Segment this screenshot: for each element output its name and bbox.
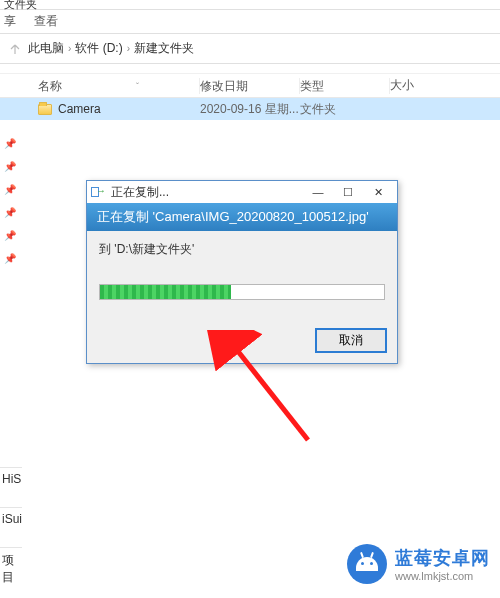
breadcrumb-drive[interactable]: 软件 (D:) [75, 40, 122, 57]
dialog-destination: 到 'D:\新建文件夹' [99, 241, 385, 258]
pin-icon: 📌 [4, 230, 16, 241]
ribbon-tab-share[interactable]: 享 [4, 13, 16, 30]
breadcrumb-folder[interactable]: 新建文件夹 [134, 40, 194, 57]
progress-bar [99, 284, 385, 300]
dialog-copying-text: 正在复制 'Camera\IMG_20200820_100512.jpg' [87, 203, 397, 231]
watermark-logo-icon [347, 544, 387, 584]
chevron-right-icon: › [127, 43, 130, 54]
breadcrumb: 此电脑 › 软件 (D:) › 新建文件夹 [28, 40, 194, 57]
sidebar-bottom: HiS iSui 项目 [0, 467, 22, 590]
watermark-title: 蓝莓安卓网 [395, 546, 490, 570]
folder-icon [38, 104, 52, 115]
pin-icon: 📌 [4, 138, 16, 149]
col-header-type[interactable]: 类型 [300, 78, 390, 94]
col-header-date[interactable]: 修改日期 [200, 78, 300, 94]
chevron-right-icon: › [68, 43, 71, 54]
dialog-title: 正在复制... [111, 184, 303, 201]
file-type: 文件夹 [300, 101, 390, 118]
address-bar: 此电脑 › 软件 (D:) › 新建文件夹 [0, 34, 500, 64]
watermark: 蓝莓安卓网 www.lmkjst.com [347, 544, 490, 584]
col-header-name[interactable]: 名称 ˇ [0, 78, 200, 94]
breadcrumb-root[interactable]: 此电脑 [28, 40, 64, 57]
dialog-titlebar[interactable]: 正在复制... — ☐ ✕ [87, 181, 397, 203]
pin-icon: 📌 [4, 207, 16, 218]
copy-icon [91, 185, 105, 199]
watermark-url: www.lmkjst.com [395, 570, 490, 582]
col-header-size[interactable]: 大小 [390, 77, 500, 94]
toolbar-spacer [0, 64, 500, 74]
cancel-button[interactable]: 取消 [315, 328, 387, 353]
quick-access-pins: 📌 📌 📌 📌 📌 📌 [4, 138, 16, 264]
pin-icon: 📌 [4, 161, 16, 172]
ribbon-tabs: 享 查看 [0, 10, 500, 34]
pin-icon: 📌 [4, 184, 16, 195]
ribbon-tab-view[interactable]: 查看 [34, 13, 58, 30]
file-name: Camera [58, 102, 101, 116]
close-button[interactable]: ✕ [363, 182, 393, 202]
maximize-button[interactable]: ☐ [333, 182, 363, 202]
progress-fill [100, 285, 231, 299]
nav-up-icon[interactable] [6, 40, 24, 58]
file-date: 2020-09-16 星期... [200, 101, 300, 118]
status-bar-text: 项目 [0, 547, 22, 590]
minimize-button[interactable]: — [303, 182, 333, 202]
copy-dialog: 正在复制... — ☐ ✕ 正在复制 'Camera\IMG_20200820_… [86, 180, 398, 364]
column-headers: 名称 ˇ 修改日期 类型 大小 [0, 74, 500, 98]
sidebar-item[interactable]: iSui [0, 507, 22, 547]
sidebar-item[interactable]: HiS [0, 467, 22, 507]
sort-indicator-icon: ˇ [136, 81, 139, 91]
window-title-fragment: 文件夹 [0, 0, 500, 10]
table-row[interactable]: Camera 2020-09-16 星期... 文件夹 [0, 98, 500, 120]
pin-icon: 📌 [4, 253, 16, 264]
